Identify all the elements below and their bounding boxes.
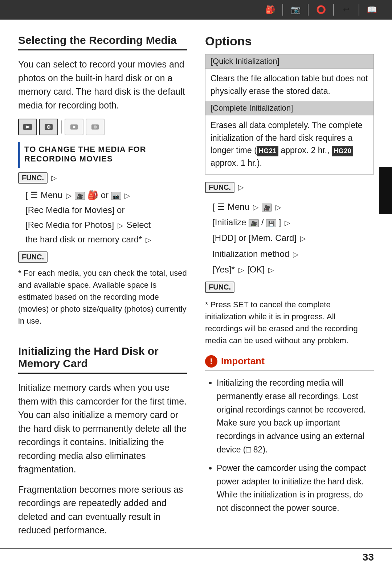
func-top: FUNC. ▷	[18, 172, 187, 184]
left-column: Selecting the Recording Media You can se…	[18, 34, 187, 533]
footnote-media: * For each media, you can check the tota…	[18, 267, 187, 327]
section-selecting-media: Selecting the Recording Media You can se…	[18, 34, 187, 327]
important-label: Important	[221, 356, 265, 367]
func-button-right-top: FUNC.	[205, 182, 234, 193]
book-icon: 📖	[362, 2, 381, 17]
right-steps-block: [ ☰ Menu ▷ 🎥 ▷ [Initialize 🎥 / 💾 ] ▷ [HD…	[212, 199, 374, 277]
quick-init-label: [Quick Initialization]	[205, 54, 373, 69]
quick-init-box: [Quick Initialization] Clears the file a…	[205, 54, 374, 101]
complete-init-box: [Complete Initialization] Erases all dat…	[205, 101, 374, 175]
important-bullets: Initializing the recording media will pe…	[205, 376, 374, 515]
top-icon-group: 🎒 📷 ⭕ ↩ 📖	[261, 2, 381, 17]
top-bar: 🎒 📷 ⭕ ↩ 📖	[0, 0, 392, 20]
footnote-right: * Press SET to cancel the complete initi…	[205, 299, 374, 346]
step-4: the hard disk or memory card* ▷	[25, 232, 187, 247]
icon-divider	[359, 4, 359, 16]
camera-icon: 📷	[286, 2, 305, 17]
right-func-bottom: FUNC.	[205, 281, 374, 294]
step-1: [ ☰ Menu ▷ 🎥 🎒 or 📷 ▷	[25, 188, 187, 203]
page-number: 33	[363, 551, 374, 563]
note-bar-change-media: To change the media for recording movies	[18, 142, 187, 168]
photo-icon-box	[39, 119, 58, 135]
complete-init-desc: Erases all data completely. The complete…	[205, 115, 373, 174]
movie-icon-box	[18, 119, 37, 135]
right-step-3: [HDD] or [Mem. Card] ▷	[212, 230, 374, 246]
body-text-selecting: You can select to record your movies and…	[18, 58, 187, 112]
icon-divider	[333, 4, 334, 16]
icon-separator	[61, 120, 62, 134]
photo-small-icon	[86, 119, 105, 135]
important-bullet-1: Initializing the recording media will pe…	[217, 376, 374, 456]
arrow-after-func: ▷	[51, 173, 57, 182]
quick-init-desc: Clears the file allocation table but doe…	[205, 69, 373, 101]
body-text-init2: Fragmentation becomes more serious as re…	[18, 483, 187, 537]
body-text-init1: Initialize memory cards when you use the…	[18, 381, 187, 476]
icon-divider	[282, 4, 283, 16]
note-bar-label: To change the media for recording movies	[24, 145, 183, 164]
icon-divider	[308, 4, 309, 16]
section-heading-init: Initializing the Hard Disk or Memory Car…	[18, 345, 187, 374]
complete-init-label: [Complete Initialization]	[205, 101, 373, 115]
important-section: ! Important Initializing the recording m…	[205, 355, 374, 515]
steps-block-left: [ ☰ Menu ▷ 🎥 🎒 or 📷 ▷ [Rec Media for Mov…	[25, 188, 187, 247]
bag-icon: 🎒	[261, 2, 279, 17]
func-button-right-bottom: FUNC.	[205, 282, 234, 293]
important-icon: !	[205, 355, 217, 368]
bottom-bar: 33	[0, 548, 392, 566]
step-3: [Rec Media for Photos] ▷ Select	[25, 218, 187, 233]
svg-point-9	[94, 126, 96, 128]
refresh-icon: ↩	[337, 2, 356, 17]
section-heading-selecting: Selecting the Recording Media	[18, 34, 187, 50]
hg20-badge: HG20	[332, 146, 353, 156]
step-2: [Rec Media for Movies] or	[25, 203, 187, 218]
important-bullet-2: Power the camcorder using the compact po…	[217, 462, 374, 515]
right-column: Options [Quick Initialization] Clears th…	[205, 34, 374, 533]
right-func-top: FUNC. ▷	[205, 181, 374, 194]
func-button-top: FUNC.	[18, 172, 48, 184]
func-bottom: FUNC.	[18, 251, 187, 263]
options-heading: Options	[205, 34, 374, 48]
right-step-4: Initialization method ▷	[212, 246, 374, 262]
func-button-bottom: FUNC.	[18, 251, 48, 263]
circle-icon: ⭕	[311, 2, 330, 17]
right-step-2: [Initialize 🎥 / 💾 ] ▷	[212, 214, 374, 230]
right-step-1: [ ☰ Menu ▷ 🎥 ▷	[212, 199, 374, 214]
side-tab	[379, 167, 392, 214]
media-icon-row	[18, 119, 187, 135]
section-initializing: Initializing the Hard Disk or Memory Car…	[18, 345, 187, 537]
right-step-5: [Yes]* ▷ [OK] ▷	[212, 262, 374, 277]
right-arrow: ▷	[238, 183, 244, 192]
svg-point-4	[48, 126, 50, 128]
main-content: Selecting the Recording Media You can se…	[0, 20, 392, 548]
movie-small-icon	[65, 119, 83, 135]
important-heading: ! Important	[205, 355, 374, 371]
hg21-badge: HG21	[257, 146, 278, 156]
